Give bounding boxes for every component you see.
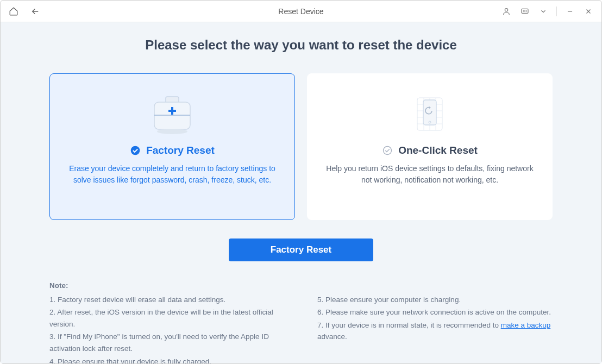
factory-reset-desc: Erase your device completely and return …	[64, 163, 280, 186]
reset-option-cards: Factory Reset Erase your device complete…	[49, 73, 553, 220]
make-backup-link[interactable]: make a backup	[501, 321, 551, 329]
window-title: Reset Device	[278, 7, 323, 16]
note-7-prefix: 7. If your device is in normal state, it…	[317, 321, 501, 329]
close-icon	[585, 8, 592, 15]
svg-point-4	[526, 10, 526, 11]
svg-point-10	[157, 129, 187, 134]
note-3: 3. If "Find My iPhone" is turned on, you…	[49, 331, 285, 354]
close-button[interactable]	[580, 3, 597, 20]
one-click-reset-card[interactable]: One-Click Reset Help you return iOS devi…	[307, 73, 553, 220]
one-click-reset-illustration	[405, 89, 454, 139]
svg-point-3	[524, 10, 525, 11]
chevron-down-icon	[540, 8, 547, 15]
back-arrow-icon	[30, 7, 40, 16]
factory-reset-button[interactable]: Factory Reset	[229, 239, 373, 261]
notes-left-col: 1. Factory reset device will erase all d…	[49, 294, 285, 363]
one-click-reset-desc: Help you return iOS device settings to d…	[322, 163, 538, 186]
note-7: 7. If your device is in normal state, it…	[317, 319, 553, 343]
page-title: Please select the way you want to reset …	[49, 37, 553, 53]
svg-point-0	[505, 8, 507, 11]
svg-point-2	[523, 10, 524, 11]
svg-rect-9	[171, 107, 173, 115]
note-5: 5. Please ensure your computer is chargi…	[317, 294, 553, 306]
action-row: Factory Reset	[49, 239, 553, 261]
app-window: Reset Device	[0, 0, 602, 364]
check-circle-selected-icon	[130, 145, 141, 156]
titlebar-right	[498, 3, 597, 20]
minimize-icon	[566, 8, 574, 15]
svg-rect-6	[154, 102, 190, 129]
back-button[interactable]	[27, 3, 44, 20]
home-button[interactable]	[5, 3, 22, 20]
check-circle-unselected-icon	[382, 145, 393, 156]
note-7-suffix: advance.	[317, 332, 347, 341]
notes-section: Note: 1. Factory reset device will erase…	[49, 280, 553, 363]
titlebar-left	[5, 3, 44, 20]
account-button[interactable]	[498, 3, 515, 20]
factory-reset-card[interactable]: Factory Reset Erase your device complete…	[49, 73, 295, 220]
one-click-reset-title: One-Click Reset	[398, 145, 478, 156]
feedback-button[interactable]	[516, 3, 534, 20]
svg-point-22	[384, 147, 392, 155]
medical-kit-icon	[148, 92, 197, 136]
svg-point-11	[131, 146, 140, 155]
notes-right-col: 5. Please ensure your computer is chargi…	[317, 294, 553, 363]
dropdown-button[interactable]	[535, 3, 552, 20]
chat-icon	[521, 7, 529, 16]
factory-reset-header: Factory Reset	[130, 145, 215, 156]
minimize-button[interactable]	[561, 3, 579, 20]
home-icon	[9, 7, 18, 16]
note-2: 2. After reset, the iOS version in the d…	[49, 306, 285, 330]
note-1: 1. Factory reset device will erase all d…	[49, 294, 285, 306]
note-4: 4. Please ensure that your device is ful…	[49, 356, 285, 363]
notes-title: Note:	[49, 280, 553, 292]
titlebar: Reset Device	[1, 1, 601, 22]
titlebar-divider	[556, 7, 557, 16]
factory-reset-illustration	[148, 89, 197, 139]
notes-columns: 1. Factory reset device will erase all d…	[49, 294, 553, 363]
person-icon	[502, 7, 511, 16]
one-click-reset-header: One-Click Reset	[382, 145, 478, 156]
main-content: Please select the way you want to reset …	[1, 22, 601, 363]
note-6: 6. Please make sure your network connect…	[317, 306, 553, 318]
factory-reset-title: Factory Reset	[146, 145, 215, 156]
phone-reset-icon	[405, 92, 454, 136]
